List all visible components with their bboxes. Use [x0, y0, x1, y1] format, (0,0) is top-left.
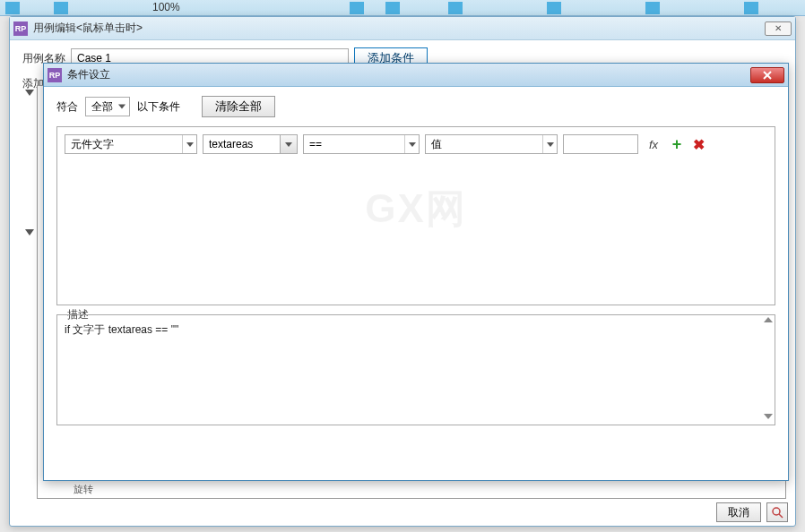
chevron-down-icon: [118, 105, 126, 109]
close-button[interactable]: [750, 67, 784, 83]
delete-row-button[interactable]: ✖: [690, 136, 706, 152]
description-text[interactable]: if 文字于 textareas == "": [65, 322, 767, 338]
rotate-text: 旋转: [74, 483, 93, 496]
operator-select[interactable]: ==: [303, 134, 420, 154]
bg-frag: [54, 2, 68, 14]
bg-frag: [385, 2, 400, 14]
app-icon: RP: [13, 21, 28, 36]
condition-builder-dialog: RP 条件设立 符合 全部 以下条件 清除全部 GX网 元件文字: [43, 63, 789, 481]
background-toolbar: 100%: [0, 0, 805, 16]
collapse-toggle-icon[interactable]: [25, 90, 34, 96]
field-select[interactable]: 元件文字: [65, 134, 197, 154]
fx-button[interactable]: fx: [644, 134, 663, 154]
magnifier-icon: [771, 506, 783, 519]
svg-point-0: [773, 508, 780, 515]
field-select-value: 元件文字: [71, 137, 114, 152]
target-select-group: textareas: [203, 134, 298, 154]
target-select-trigger[interactable]: [280, 134, 298, 154]
match-suffix-label: 以下条件: [137, 99, 180, 115]
bg-frag: [448, 2, 463, 14]
conditions-panel: GX网 元件文字 textareas == 值: [56, 126, 775, 305]
close-icon: ✕: [775, 23, 782, 33]
chevron-down-icon: [404, 135, 419, 153]
valuetype-select-value: 值: [431, 137, 442, 152]
match-mode-value: 全部: [91, 99, 113, 115]
chevron-down-icon: [182, 135, 196, 153]
x-icon: ✖: [693, 136, 705, 153]
watermark-text: GX网: [365, 183, 467, 236]
target-select[interactable]: textareas: [203, 134, 280, 154]
bg-frag: [5, 2, 20, 14]
bg-frag: [645, 2, 660, 14]
app-icon: RP: [48, 68, 62, 82]
match-prefix-label: 符合: [56, 99, 78, 115]
description-group: 描述 if 文字于 textareas == "": [56, 314, 775, 425]
scroll-down-icon[interactable]: [764, 414, 773, 423]
bg-frag: [744, 2, 758, 14]
condition-row: 元件文字 textareas == 值 fx: [65, 134, 767, 154]
bg-frag: [350, 2, 364, 14]
match-mode-select[interactable]: 全部: [85, 97, 130, 116]
condition-header-row: 符合 全部 以下条件 清除全部: [56, 96, 775, 117]
case-editor-title: 用例编辑<鼠标单击时>: [33, 21, 765, 36]
magnifier-button[interactable]: [766, 502, 788, 522]
close-icon: [762, 70, 773, 81]
valuetype-select[interactable]: 值: [425, 134, 558, 154]
cancel-button[interactable]: 取消: [716, 502, 761, 522]
dialog-footer: 取消: [716, 502, 788, 522]
case-editor-titlebar[interactable]: RP 用例编辑<鼠标单击时> ✕: [10, 17, 795, 40]
condition-builder-titlebar[interactable]: RP 条件设立: [44, 64, 788, 87]
operator-select-value: ==: [309, 138, 322, 150]
svg-line-1: [779, 514, 783, 518]
scroll-up-icon[interactable]: [764, 317, 773, 326]
condition-builder-body: 符合 全部 以下条件 清除全部 GX网 元件文字 textareas: [44, 87, 788, 434]
close-button[interactable]: ✕: [765, 21, 792, 36]
plus-icon: +: [672, 135, 682, 154]
bg-frag: [547, 2, 561, 14]
zoom-label: 100%: [152, 1, 180, 13]
description-box: if 文字于 textareas == "": [56, 314, 775, 425]
value-input[interactable]: [563, 134, 638, 154]
add-row-button[interactable]: +: [669, 136, 685, 152]
condition-builder-title: 条件设立: [67, 67, 750, 82]
clear-all-button[interactable]: 清除全部: [202, 96, 275, 117]
target-select-value: textareas: [209, 138, 253, 150]
chevron-down-icon: [542, 135, 557, 153]
collapse-toggle-icon[interactable]: [25, 229, 34, 236]
